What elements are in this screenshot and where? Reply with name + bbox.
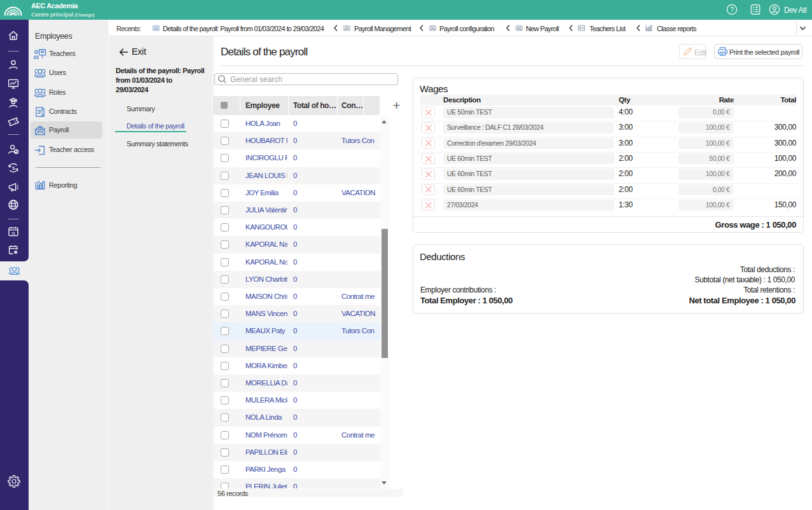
svg-text:$: $ bbox=[39, 127, 41, 130]
svg-text:?: ? bbox=[730, 6, 734, 13]
svg-text:31: 31 bbox=[11, 231, 16, 235]
svg-text:$: $ bbox=[12, 166, 15, 170]
